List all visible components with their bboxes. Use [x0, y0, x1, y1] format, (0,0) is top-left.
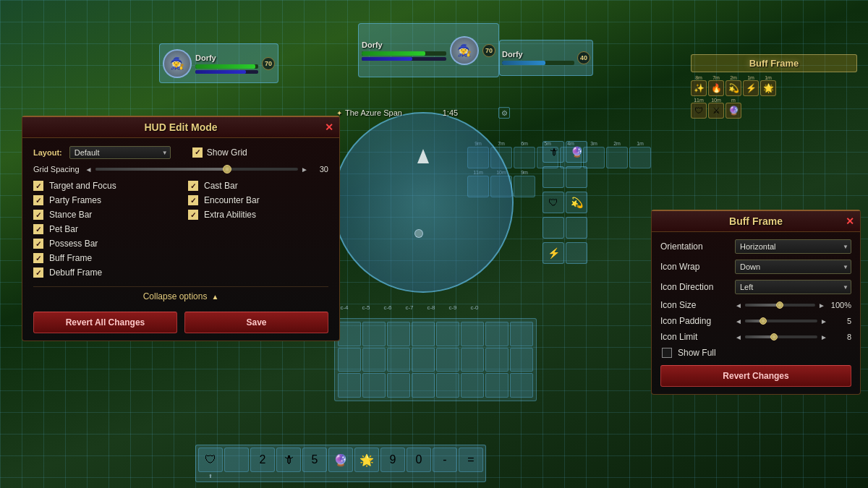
encounter-slot — [461, 322, 484, 346]
ability-slot: 🛡 — [542, 192, 564, 213]
slider-thumb[interactable] — [223, 165, 231, 174]
ability-icon-group: 6m — [514, 141, 535, 168]
buff-close-button[interactable]: ✕ — [846, 215, 854, 227]
minimap-marker — [414, 229, 423, 238]
buff-icon-group: 2m 💫 — [726, 75, 741, 96]
buff-frame-checkbox[interactable]: ✓ — [33, 253, 43, 263]
action-slot: 2 — [250, 448, 275, 472]
encounter-slot — [485, 373, 509, 398]
minimap-settings-button[interactable]: ⚙ — [498, 107, 510, 119]
slider-right-arrow-icon[interactable]: ► — [301, 166, 308, 174]
icon-padding-right-arrow-icon[interactable]: ► — [820, 317, 827, 325]
party-frames-checkbox[interactable]: ✓ — [33, 195, 43, 205]
target-focus-checkbox[interactable]: ✓ — [33, 181, 43, 191]
target-health-fill — [362, 51, 425, 56]
extra-abilities-checkbox[interactable]: ✓ — [188, 210, 198, 220]
option-debuff-frame: ✓ Debuff Frame — [33, 267, 174, 278]
buff-icon-group: 1m 🌟 — [760, 75, 776, 96]
show-grid-checkbox[interactable]: ✓ — [192, 147, 203, 158]
ability-slot — [629, 147, 651, 168]
ability-row: 🛡 💫 — [542, 192, 608, 215]
encounter-slot — [362, 348, 386, 372]
encounter-slot — [461, 348, 484, 372]
revert-all-button[interactable]: Revert All Changes — [33, 312, 177, 333]
buff-icons-row-1: 8m ✨ 7m 🔥 2m 💫 1m ⚡ 1m 🌟 — [691, 75, 857, 96]
layout-select[interactable]: Default Classic Modern Minimal — [69, 146, 171, 159]
icon-direction-label: Icon Direction — [660, 282, 729, 292]
ability-slot — [566, 242, 587, 264]
icon-limit-value: 8 — [833, 333, 851, 341]
hud-edit-mode-panel: HUD Edit Mode ✕ Layout: Default Classic … — [22, 116, 340, 341]
icon-padding-value: 5 — [833, 317, 851, 325]
icon-limit-slider[interactable]: ◄ ► — [735, 333, 827, 341]
pet-bar-checkbox[interactable]: ✓ — [33, 224, 43, 234]
extra-abilities-label: Extra Abilities — [204, 210, 256, 220]
ability-slot — [514, 176, 535, 197]
icon-size-thumb[interactable] — [776, 301, 783, 309]
target-mana-bar — [362, 57, 446, 61]
buff-panel-title: Buff Frame — [729, 215, 783, 227]
encounter-slot — [387, 322, 410, 346]
cast-bar-checkbox[interactable]: ✓ — [188, 181, 198, 191]
orientation-select[interactable]: Horizontal Vertical — [735, 239, 851, 254]
action-slot: 🔮 — [328, 448, 353, 472]
player-frame: 🧙 Dorfy 70 — [159, 43, 278, 83]
option-possess-bar: ✓ Possess Bar — [33, 239, 174, 249]
encounter-slot — [412, 348, 435, 372]
icon-size-slider[interactable]: ◄ ► — [735, 301, 825, 309]
target-mana-fill — [362, 57, 412, 61]
buff-revert-button[interactable]: Revert Changes — [660, 365, 851, 387]
encounter-slot — [338, 322, 361, 346]
encounter-slot — [387, 373, 410, 398]
show-grid-row: ✓ Show Grid — [192, 147, 247, 158]
hud-title: HUD Edit Mode — [144, 121, 217, 133]
icon-size-track[interactable] — [745, 304, 815, 307]
icon-limit-right-arrow-icon[interactable]: ► — [820, 333, 827, 341]
minimap-header: ✦ The Azure Span 1:45 ⚙ — [333, 107, 514, 119]
icon-limit-track[interactable] — [745, 335, 817, 338]
grid-spacing-slider[interactable]: ◄ ► — [85, 166, 308, 174]
grid-spacing-value: 30 — [314, 165, 328, 174]
stance-slot: 🛡 — [198, 448, 223, 472]
show-full-row: Show Full — [662, 348, 851, 358]
icon-size-row: Icon Size ◄ ► 100% — [660, 300, 851, 310]
icon-padding-slider[interactable]: ◄ ► — [735, 317, 827, 325]
option-stance-bar: ✓ Stance Bar — [33, 210, 174, 220]
ability-slot — [542, 217, 564, 239]
action-slot: 🗡 — [276, 448, 301, 472]
slider-left-arrow-icon[interactable]: ◄ — [85, 166, 93, 174]
icon-size-left-arrow-icon[interactable]: ◄ — [735, 301, 742, 309]
icon-direction-select[interactable]: Left Right — [735, 280, 851, 294]
slider-track[interactable] — [95, 168, 299, 171]
buff-icon-group: 10m ⚔ — [708, 98, 724, 119]
icon-size-value: 100% — [831, 301, 851, 309]
stance-bar-checkbox[interactable]: ✓ — [33, 210, 43, 220]
action-slot: = — [459, 448, 483, 472]
ability-grid-area: 🗡 🔮 🛡 💫 ⚡ — [542, 141, 608, 266]
ability-slot — [566, 217, 587, 239]
debuff-frame-checkbox[interactable]: ✓ — [33, 267, 43, 278]
action-slot: 5 — [302, 448, 327, 472]
save-button[interactable]: Save — [184, 312, 328, 333]
icon-padding-left-arrow-icon[interactable]: ◄ — [735, 317, 742, 325]
target-info: Dorfy — [362, 40, 446, 61]
encounter-slot — [412, 322, 435, 346]
possess-bar-checkbox[interactable]: ✓ — [33, 239, 43, 249]
icon-wrap-select[interactable]: Down Up None — [735, 260, 851, 274]
ability-row: ⚡ — [542, 242, 608, 266]
icon-padding-track[interactable] — [745, 320, 817, 322]
hud-close-button[interactable]: ✕ — [325, 121, 333, 133]
cast-bar-label: Cast Bar — [204, 181, 238, 191]
collapse-row[interactable]: Collapse options ▲ — [33, 286, 328, 306]
icon-padding-thumb[interactable] — [760, 317, 767, 325]
options-grid: ✓ Target and Focus ✓ Cast Bar ✓ Party Fr… — [33, 181, 328, 278]
layout-label: Layout: — [33, 148, 62, 157]
show-full-checkbox[interactable] — [662, 348, 672, 358]
health-fill — [195, 64, 255, 69]
ability-slot: 🗡 — [542, 141, 564, 163]
encounter-bar-checkbox[interactable]: ✓ — [188, 195, 198, 205]
icon-limit-left-arrow-icon[interactable]: ◄ — [735, 333, 742, 341]
icon-size-right-arrow-icon[interactable]: ► — [818, 301, 825, 309]
buff-frame-settings-panel: Buff Frame ✕ Orientation Horizontal Vert… — [651, 210, 861, 395]
icon-limit-thumb[interactable] — [770, 333, 778, 341]
